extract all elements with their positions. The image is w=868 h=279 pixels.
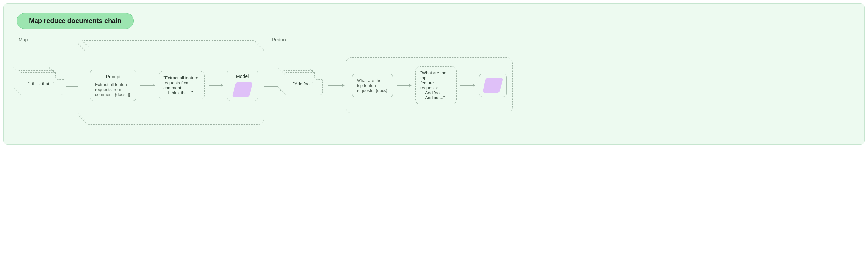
reduce-formatted-prompt: "What are the top feature requests: Add …: [415, 66, 457, 105]
map-label: Map: [19, 37, 28, 42]
flow-row: "I think that..." Prompt Extract all fea…: [17, 46, 851, 124]
diagram-title: Map reduce documents chain: [17, 13, 133, 29]
parallelogram-icon: [232, 82, 253, 97]
map-formatted-prompt: "Extract all feature requests from comme…: [158, 71, 205, 100]
diagram-canvas: Map reduce documents chain Map Reduce "I…: [3, 3, 865, 145]
map-chain-stack: Prompt Extract all feature requests from…: [84, 46, 264, 124]
reduce-label: Reduce: [272, 37, 287, 42]
model-header: Model: [230, 74, 254, 79]
input-doc-stack: "I think that...": [17, 71, 66, 100]
arrow-icon: [397, 85, 411, 86]
arrow-icon: [140, 85, 155, 86]
reduce-prompt-box: What are the top feature requests: {docs…: [352, 74, 393, 97]
reduce-prompt-body: What are the top feature requests: {docs…: [357, 78, 388, 93]
arrow-icon: [461, 85, 475, 86]
map-chain: Prompt Extract all feature requests from…: [84, 46, 264, 124]
arrow-icon: [209, 85, 223, 86]
map-prompt-box: Prompt Extract all feature requests from…: [90, 70, 136, 101]
arrow-icon: [328, 85, 344, 86]
reduce-model-box: [479, 74, 506, 97]
prompt-header: Prompt: [95, 74, 131, 79]
map-model-box: Model: [227, 69, 258, 101]
prompt-body: Extract all feature requests from commen…: [95, 82, 131, 97]
parallelogram-icon: [483, 78, 503, 92]
mapped-doc-text: "Add foo..": [293, 81, 313, 86]
reduce-chain: What are the top feature requests: {docs…: [346, 57, 513, 113]
mapped-doc-stack: "Add foo..": [282, 71, 327, 100]
input-doc-text: "I think that...": [28, 81, 54, 86]
